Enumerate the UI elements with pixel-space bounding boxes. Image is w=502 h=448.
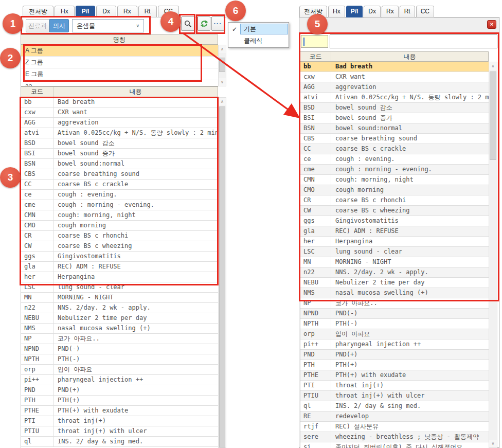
menu-item[interactable]: ✓ 기본 [229,23,288,35]
tab[interactable]: P/I [76,6,96,17]
left-table-scrollbar[interactable]: ∧ [218,97,226,448]
table-row[interactable]: NP 코가 아파요.. [21,334,218,344]
table-row[interactable]: CC coarse BS c crackle [21,180,218,190]
table-row[interactable]: cxw CXR want [300,72,489,82]
group-list-scrollbar[interactable]: ∧ ∨ [218,45,226,86]
table-row[interactable]: orp 입이 아파요 [21,365,218,375]
tab[interactable]: Dx [96,6,116,17]
tab[interactable]: Rt [400,6,415,17]
table-row[interactable]: BSD bowel sound 감소 [21,138,218,149]
table-row[interactable]: cme cough : morning - evening. [300,165,489,175]
doctor-filter-button[interactable]: 의사 [49,19,69,32]
table-row[interactable]: ql INS. 2/ day & sing med. [300,401,489,411]
table-row[interactable]: atvi Ativan 0.025cc/kg + N/S. 동량 slowly … [300,93,489,103]
table-row[interactable]: PND PND(+) [21,385,218,396]
group-list-item[interactable]: Z 그룹 [21,57,218,68]
refresh-button[interactable] [198,16,210,31]
code-search-input[interactable] [301,35,328,47]
table-row[interactable]: ggs Gingivostomatitis [300,216,489,226]
scroll-down-icon[interactable]: ∨ [489,440,497,447]
table-row[interactable]: n22 NNS. 2/day. 2 wk - apply. [21,303,218,313]
table-row[interactable]: AGG aggrevation [300,82,489,93]
table-row[interactable]: ggs Gingivostomatitis [21,252,218,262]
table-row[interactable]: PTH PTH(+) [21,396,218,406]
tab[interactable]: CC [158,6,179,17]
tab[interactable]: 전처방 [23,6,53,17]
table-row[interactable]: NPND PND(-) [300,309,489,319]
table-row[interactable]: PTIU throat inj(+) with ulcer [300,391,489,401]
table-row[interactable]: her Herpangina [300,237,489,247]
table-row[interactable]: MN MORNING - NIGHT [21,293,218,303]
table-row[interactable]: PND PND(+) [300,350,489,360]
close-button[interactable]: × [487,20,496,29]
table-row[interactable]: bb Bad breath [300,62,489,72]
menu-item[interactable]: 클래식 [229,35,288,47]
table-row[interactable]: NEBU Nebulizer 2 time per day [300,278,489,288]
table-row[interactable]: PTI throat inj(+) [300,381,489,391]
table-row[interactable]: BSI bowel sound 증가 [21,149,218,159]
table-row[interactable]: CBS coarse breathing sound [300,134,489,144]
table-row[interactable]: NMS nasal mucosa swelling (+) [21,324,218,334]
table-row[interactable]: AGG aggrevation [21,118,218,128]
table-row[interactable]: LSC lung sound - clear [300,247,489,257]
table-row[interactable]: gla REC) ADM : REFUSE [21,262,218,272]
table-row[interactable]: BSD bowel sound 감소 [300,103,489,113]
tab[interactable]: Rx [117,6,137,17]
scroll-up-icon[interactable]: ∧ [489,62,497,70]
tab[interactable]: Rx [382,6,399,17]
table-row[interactable]: cxw CXR want [21,107,218,118]
table-row[interactable]: NMS nasal mucosa swelling (+) [300,288,489,298]
doctor-select[interactable]: 은샘물 ∨ [72,19,144,32]
group-list-item[interactable]: aa [21,80,218,86]
table-row[interactable]: RE redevelop [300,411,489,422]
table-row[interactable]: PTHE PTH(+) with exudate [300,370,489,381]
tab[interactable]: Hx [328,6,345,17]
scrollbar-thumb[interactable] [490,71,496,160]
table-row[interactable]: orp 입이 아파요 [300,329,489,339]
table-row[interactable]: NP 코가 아파요.. [300,298,489,309]
table-row[interactable]: pi++ pharyngeal injection ++ [21,375,218,385]
table-row[interactable]: BSN bowel sound:normal [21,159,218,169]
table-row[interactable]: BSI bowel sound 증가 [300,113,489,123]
table-row[interactable]: CW coarse BS c wheezing [21,241,218,252]
table-row[interactable]: sere wheezing - breathless ; 낮증상 - 활동제약 [300,432,489,442]
table-row[interactable]: CMN cough: morning, night [21,210,218,221]
table-row[interactable]: PTHE PTH(+) with exudate [21,406,218,416]
table-row[interactable]: NPND PND(-) [21,344,218,354]
table-row[interactable]: n22 NNS. 2/day. 2 wk - apply. [300,267,489,278]
table-row[interactable]: CMO cough morning [300,185,489,195]
table-row[interactable]: PTI throat inj(+) [21,416,218,426]
table-row[interactable]: ql INS. 2/ day & sing med. [21,437,218,447]
tab[interactable]: Hx [55,6,75,17]
scrollbar-thumb[interactable] [219,58,225,72]
table-row[interactable]: pi++ pharyngeal injection ++ [300,339,489,350]
table-row[interactable]: CC coarse BS c crackle [300,144,489,154]
table-row[interactable]: si 좋아지던 히버링(이후) 중 다시 심해졌어요 [300,442,489,448]
table-row[interactable]: LSC lung sound - clear [21,282,218,293]
table-row[interactable]: cme cough : morning - evening. [21,200,218,210]
table-row[interactable]: rtjf REC) 설사분유 [300,422,489,432]
table-row[interactable]: gla REC) ADM : REFUSE [300,226,489,237]
dept-filter-button[interactable]: 진료과 [26,19,49,32]
scroll-up-icon[interactable]: ∧ [219,98,226,105]
table-row[interactable]: CR coarse BS c rhonchi [21,231,218,241]
group-list-item[interactable]: A 그룹 [21,45,218,57]
table-row[interactable]: MN MORNING - NIGHT [300,257,489,267]
scroll-down-icon[interactable]: ∨ [219,78,226,86]
table-row[interactable]: bb Bad breath [21,97,218,107]
right-table-scrollbar[interactable]: ∧ ∨ [489,62,497,448]
group-list-item[interactable]: E 그룹 [21,68,218,80]
table-row[interactable]: CW coarse BS c wheezing [300,206,489,216]
more-options-button[interactable]: ··· [211,16,224,31]
table-row[interactable]: NEBU Nebulizer 2 time per day [21,313,218,324]
scrollbar-thumb[interactable] [219,106,225,447]
tab[interactable]: P/I [346,6,363,17]
scroll-up-icon[interactable]: ∧ [219,45,226,53]
table-row[interactable]: CMO cough morning [21,221,218,231]
table-row[interactable]: CBS coarse breathing sound [21,169,218,180]
tab[interactable]: 전처방 [299,6,327,17]
table-row[interactable]: her Herpangina [21,272,218,282]
table-row[interactable]: BSN bowel sound:normal [300,123,489,134]
table-row[interactable]: ce cough : evening. [21,190,218,200]
table-row[interactable]: NPTH PTH(-) [300,319,489,329]
